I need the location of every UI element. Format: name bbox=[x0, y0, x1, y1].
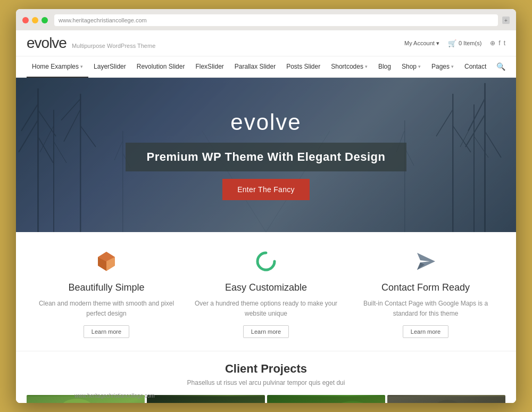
feature-2-desc: Over a hundred theme options ready to ma… bbox=[194, 299, 338, 319]
hero-subtitle-box: Premium WP Theme With Elegant Design bbox=[126, 143, 407, 171]
feature-1-learn-more[interactable]: Learn more bbox=[84, 325, 129, 338]
chevron-down-icon-3: ▾ bbox=[418, 64, 421, 69]
my-account-link[interactable]: My Account ▾ bbox=[404, 40, 439, 47]
nav-home-examples[interactable]: Home Examples ▾ bbox=[27, 56, 88, 78]
browser-window: www.heritagechristiancollege.com + evolv… bbox=[16, 9, 516, 403]
nav-items: Home Examples ▾ LayerSlider Revolution S… bbox=[27, 56, 492, 77]
client-projects-desc: Phasellus ut risus vel arcu pulvinar tem… bbox=[27, 379, 505, 386]
close-button[interactable] bbox=[22, 17, 29, 23]
feature-3-title: Contact Form Ready bbox=[354, 282, 497, 293]
feature-1-desc: Clean and modern theme with smooth and p… bbox=[35, 299, 178, 319]
nav-pages[interactable]: Pages ▾ bbox=[426, 56, 459, 77]
feature-1-title: Beautifully Simple bbox=[35, 282, 178, 293]
client-image-4 bbox=[387, 395, 505, 403]
nav-flexslider[interactable]: FlexSlider bbox=[190, 56, 229, 77]
bottom-url: www.heritagechristiancollege.com bbox=[74, 393, 155, 399]
client-projects-title: Client Projects bbox=[27, 362, 505, 376]
logo-area: evolve Multipurpose WordPress Theme bbox=[27, 35, 155, 52]
feature-contact-form: Contact Form Ready Built-in Contact Page… bbox=[346, 248, 505, 338]
nav-revolution-slider[interactable]: Revolution Slider bbox=[131, 56, 190, 77]
nav-parallax-slider[interactable]: Parallax Slider bbox=[229, 56, 281, 77]
social-icons: ⊕ f t bbox=[490, 39, 505, 47]
cart-icon: 🛒 bbox=[448, 39, 456, 47]
top-bar-right: My Account ▾ 🛒 0 Item(s) ⊕ f t bbox=[404, 39, 505, 47]
nav-shortcodes[interactable]: Shortcodes ▾ bbox=[326, 56, 373, 77]
site-logo: evolve bbox=[27, 35, 66, 52]
client-image-3 bbox=[267, 395, 385, 403]
nav-posts-slider[interactable]: Posts Slider bbox=[281, 56, 326, 77]
nav-contact[interactable]: Contact bbox=[459, 56, 492, 77]
facebook-icon[interactable]: f bbox=[498, 39, 500, 47]
svg-rect-44 bbox=[267, 397, 385, 403]
nav-blog[interactable]: Blog bbox=[373, 56, 396, 77]
browser-chrome: www.heritagechristiancollege.com + bbox=[16, 9, 516, 30]
nav-layerslider[interactable]: LayerSlider bbox=[88, 56, 131, 77]
url-text: www.heritagechristiancollege.com bbox=[59, 17, 147, 23]
cube-icon bbox=[95, 250, 118, 273]
traffic-lights bbox=[22, 17, 48, 23]
hero-subtitle: Premium WP Theme With Elegant Design bbox=[147, 150, 386, 163]
search-icon[interactable]: 🔍 bbox=[496, 62, 505, 71]
nav-shop[interactable]: Shop ▾ bbox=[396, 56, 426, 77]
svg-point-34 bbox=[257, 253, 275, 270]
minimize-button[interactable] bbox=[32, 17, 38, 23]
svg-rect-41 bbox=[147, 397, 265, 403]
ring-icon-wrapper bbox=[253, 248, 279, 275]
feature-2-title: Easy Customizable bbox=[194, 282, 338, 293]
cube-icon-wrapper bbox=[93, 248, 120, 275]
chevron-down-icon-4: ▾ bbox=[451, 64, 454, 69]
cart-count: 0 Item(s) bbox=[459, 40, 481, 46]
paper-plane-icon bbox=[414, 250, 437, 273]
ring-icon bbox=[254, 250, 278, 273]
maximize-button[interactable] bbox=[41, 17, 48, 23]
expand-button[interactable]: + bbox=[502, 17, 510, 24]
feature-easy-customizable: Easy Customizable Over a hundred theme o… bbox=[186, 248, 346, 338]
hero-title: evolve bbox=[230, 110, 301, 135]
site-tagline: Multipurpose WordPress Theme bbox=[72, 43, 155, 49]
rss-icon[interactable]: ⊕ bbox=[490, 39, 495, 47]
cart-area[interactable]: 🛒 0 Item(s) bbox=[448, 39, 481, 47]
website-content: evolve Multipurpose WordPress Theme My A… bbox=[16, 30, 516, 403]
nav-bar: Home Examples ▾ LayerSlider Revolution S… bbox=[16, 56, 516, 78]
features-section: Beautifully Simple Clean and modern them… bbox=[16, 232, 516, 351]
twitter-icon[interactable]: t bbox=[504, 39, 505, 47]
hero-content: evolve Premium WP Theme With Elegant Des… bbox=[16, 78, 516, 232]
feature-3-desc: Built-in Contact Page with Google Maps i… bbox=[354, 299, 497, 319]
hero-cta-button[interactable]: Enter The Fancy bbox=[222, 179, 310, 200]
feature-3-learn-more[interactable]: Learn more bbox=[403, 325, 448, 338]
hero-section: evolve Premium WP Theme With Elegant Des… bbox=[16, 78, 516, 232]
client-image-2 bbox=[147, 395, 265, 403]
top-bar: evolve Multipurpose WordPress Theme My A… bbox=[16, 30, 516, 56]
feature-2-learn-more[interactable]: Learn more bbox=[243, 325, 289, 338]
plane-icon-wrapper bbox=[412, 248, 439, 275]
feature-beautifully-simple: Beautifully Simple Clean and modern them… bbox=[27, 248, 186, 338]
chevron-down-icon-2: ▾ bbox=[365, 64, 368, 69]
address-bar[interactable]: www.heritagechristiancollege.com bbox=[54, 14, 498, 26]
chevron-down-icon: ▾ bbox=[80, 64, 83, 69]
